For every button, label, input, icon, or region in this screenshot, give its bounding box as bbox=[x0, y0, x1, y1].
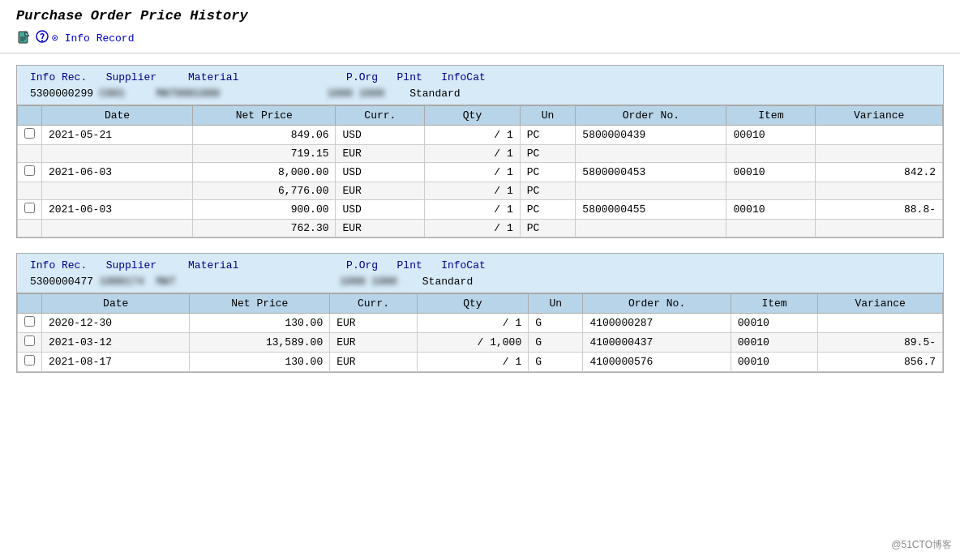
row-net-price: 130.00 bbox=[190, 353, 330, 372]
row-currency: USD bbox=[336, 200, 425, 220]
row-net-price: 130.00 bbox=[190, 314, 330, 333]
th-date-2: Date bbox=[42, 294, 190, 314]
row-order-no bbox=[576, 220, 726, 237]
row-variance: 842.2 bbox=[816, 163, 943, 182]
row-checkbox[interactable] bbox=[24, 355, 35, 365]
s2-infocat-value: Standard bbox=[422, 276, 473, 288]
row-checkbox[interactable] bbox=[24, 165, 35, 176]
row-checkbox[interactable] bbox=[24, 336, 35, 346]
s2-inforec-label: Info Rec. bbox=[30, 259, 87, 271]
table-row: 2021-03-1213,589.00EUR/ 1,000G4100000437… bbox=[18, 333, 943, 353]
row-order-no: 4100000576 bbox=[583, 353, 731, 372]
table-row: 2021-06-038,000.00USD/ 1PC58000004530001… bbox=[18, 163, 943, 182]
th-curr-2: Curr. bbox=[330, 294, 418, 314]
row-unit: G bbox=[529, 353, 583, 372]
row-date bbox=[42, 220, 193, 237]
s2-plnt-value: 1000 bbox=[371, 276, 396, 288]
row-qty: / 1 bbox=[425, 126, 521, 145]
s1-inforec-value: 5300000299 bbox=[30, 88, 93, 100]
row-checkbox-cell bbox=[18, 220, 42, 237]
row-variance: 89.5- bbox=[818, 333, 943, 353]
s2-material-value: MAT bbox=[156, 276, 251, 288]
row-order-no: 5800000439 bbox=[576, 126, 726, 145]
content-area: Info Rec. Supplier Material P.Org Plnt I… bbox=[0, 53, 960, 384]
info-record-link[interactable]: ⊙ Info Record bbox=[36, 30, 134, 46]
section-header-2: Info Rec. Supplier Material P.Org Plnt I… bbox=[17, 254, 943, 293]
row-currency: EUR bbox=[336, 182, 425, 200]
row-order-no bbox=[576, 145, 726, 163]
table-row: 762.30EUR/ 1PC bbox=[18, 220, 943, 237]
s2-inforec-value: 5300000477 bbox=[30, 276, 93, 288]
th-curr-1: Curr. bbox=[336, 106, 425, 126]
s1-plnt-label: Plnt bbox=[397, 71, 422, 83]
section2-header-row2: 5300000477 1000174 MAT 1000 1000 Standar… bbox=[24, 273, 936, 289]
row-variance bbox=[816, 126, 943, 145]
row-unit: PC bbox=[520, 163, 576, 182]
table-row: 6,776.00EUR/ 1PC bbox=[18, 182, 943, 200]
row-checkbox-cell bbox=[18, 200, 42, 220]
row-currency: EUR bbox=[336, 145, 425, 163]
s2-supplier-label: Supplier bbox=[106, 259, 156, 271]
th-un-2: Un bbox=[529, 294, 583, 314]
s1-inforec-label: Info Rec. bbox=[30, 71, 87, 83]
row-net-price: 719.15 bbox=[193, 145, 336, 163]
s2-supplier-value: 1000174 bbox=[100, 276, 150, 288]
s1-supplier-label: Supplier bbox=[106, 71, 156, 83]
row-variance bbox=[816, 182, 943, 200]
row-variance bbox=[816, 145, 943, 163]
row-qty: / 1 bbox=[425, 200, 521, 220]
svg-point-6 bbox=[41, 40, 43, 41]
row-net-price: 13,589.00 bbox=[190, 333, 330, 353]
row-date: 2021-08-17 bbox=[42, 353, 190, 372]
row-item bbox=[726, 145, 816, 163]
info-record-icon bbox=[36, 30, 49, 46]
row-order-no: 4100000437 bbox=[583, 333, 731, 353]
row-currency: EUR bbox=[336, 220, 425, 237]
th-qty-1: Qty bbox=[425, 106, 521, 126]
row-currency: USD bbox=[336, 163, 425, 182]
s1-infocat-value: Standard bbox=[409, 88, 460, 100]
s1-porg-label: P.Org bbox=[346, 71, 378, 83]
page-wrapper: Purchase Order Price History bbox=[0, 0, 960, 560]
row-checkbox-cell bbox=[18, 182, 42, 200]
s2-material-label: Material bbox=[188, 259, 238, 271]
row-variance bbox=[818, 314, 943, 333]
row-date: 2021-05-21 bbox=[42, 126, 193, 145]
row-qty: / 1 bbox=[425, 220, 521, 237]
row-checkbox-cell bbox=[18, 333, 42, 353]
s1-inforec-col: Info Rec. Supplier Material P.Org Plnt I… bbox=[30, 71, 486, 83]
row-item: 00010 bbox=[726, 126, 816, 145]
row-currency: USD bbox=[336, 126, 425, 145]
row-checkbox[interactable] bbox=[24, 316, 35, 327]
row-item bbox=[726, 220, 816, 237]
table-row: 2020-12-30130.00EUR/ 1G410000028700010 bbox=[18, 314, 943, 333]
th-variance-1: Variance bbox=[816, 106, 943, 126]
row-item: 00010 bbox=[731, 333, 818, 353]
th-orderno-2: Order No. bbox=[583, 294, 731, 314]
row-item: 00010 bbox=[731, 353, 818, 372]
s1-material-value: MAT0001000 bbox=[156, 88, 238, 100]
row-unit: PC bbox=[520, 126, 576, 145]
row-net-price: 6,776.00 bbox=[193, 182, 336, 200]
row-order-no bbox=[576, 182, 726, 200]
section1-header-row2: 5300000299 C001 MAT0001000 1000 1000 Sta… bbox=[24, 85, 936, 101]
row-variance: 856.7 bbox=[818, 353, 943, 372]
row-checkbox-cell bbox=[18, 145, 42, 163]
th-netprice-1: Net Price bbox=[193, 106, 336, 126]
section2-table-header: Date Net Price Curr. Qty Un Order No. It… bbox=[18, 294, 943, 314]
s1-supplier-value: C001 bbox=[100, 88, 150, 100]
row-net-price: 8,000.00 bbox=[193, 163, 336, 182]
s2-porg-value: 1000 bbox=[340, 276, 365, 288]
document-icon bbox=[16, 30, 32, 46]
row-date bbox=[42, 182, 193, 200]
row-checkbox[interactable] bbox=[24, 203, 35, 213]
s1-plnt-value: 1000 bbox=[359, 88, 384, 100]
toolbar: ⊙ Info Record bbox=[16, 28, 944, 48]
th-un-1: Un bbox=[520, 106, 576, 126]
row-unit: G bbox=[529, 314, 583, 333]
row-item: 00010 bbox=[726, 163, 816, 182]
row-checkbox-cell bbox=[18, 163, 42, 182]
row-unit: PC bbox=[520, 145, 576, 163]
row-currency: EUR bbox=[330, 353, 418, 372]
row-checkbox[interactable] bbox=[24, 128, 35, 139]
